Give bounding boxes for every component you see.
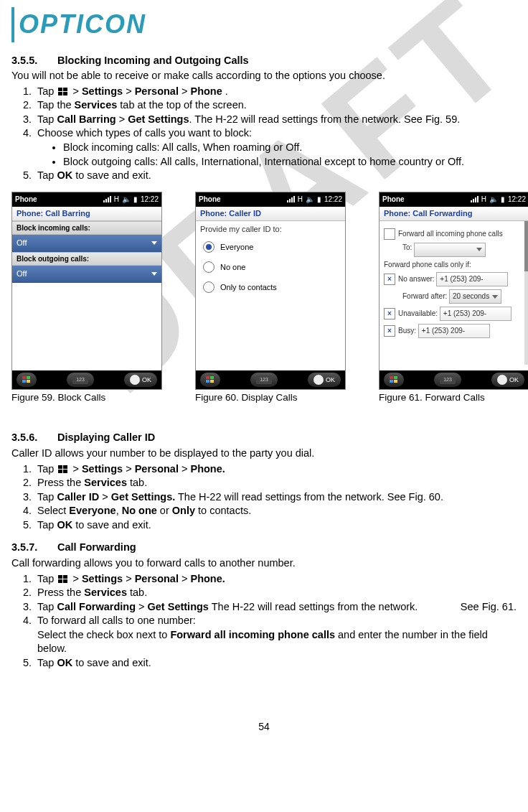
section-title-text: Blocking Incoming and Outgoing Calls — [57, 55, 249, 66]
to-row: To: — [402, 243, 524, 257]
busy-row: ×Busy: +1 (253) 209- — [384, 324, 524, 338]
screen-body: Forward all incoming phone calls To: For… — [380, 221, 528, 370]
section-357-title: 3.5.7. Call Forwarding — [11, 541, 517, 555]
network-icon: H — [114, 195, 119, 205]
step: Press the Services tab. — [34, 586, 517, 600]
keyboard-icon: 123 — [440, 375, 456, 384]
unavailable-field[interactable]: +1 (253) 209- — [440, 307, 512, 321]
unavailable-row: ×Unavailable: +1 (253) 209- — [384, 307, 524, 321]
opticon-logo: OPTICON — [11, 7, 517, 42]
figures-row: Phone H 🔈 ▮ 12:22 Phone: Call Barring Bl… — [11, 192, 517, 404]
network-icon: H — [298, 195, 303, 205]
noanswer-field[interactable]: +1 (253) 209- — [436, 272, 508, 286]
battery-icon: ▮ — [501, 195, 505, 205]
status-time: 12:22 — [508, 195, 526, 205]
statusbar: Phone H 🔈 ▮ 12:22 — [12, 192, 161, 207]
radio-noone[interactable]: No one — [196, 257, 345, 277]
step: Tap Caller ID > Get Settings. The H-22 w… — [34, 490, 517, 505]
keyboard-button[interactable]: 123 — [250, 373, 278, 387]
step: Tap OK to save and exit. — [34, 518, 517, 533]
chevron-down-icon — [476, 248, 482, 251]
keyboard-button[interactable]: 123 — [434, 373, 461, 387]
step: Tap OK to save and exit. — [34, 656, 517, 671]
status-icons: H 🔈 ▮ 12:22 — [471, 195, 526, 205]
forward-all-row: Forward all incoming phone calls — [384, 228, 524, 240]
step: Tap the Services tab at the top of the s… — [34, 98, 517, 113]
volume-icon: 🔈 — [122, 195, 131, 205]
keyboard-icon: 123 — [256, 375, 272, 384]
block-outgoing-dropdown[interactable]: Off — [12, 266, 161, 283]
signal-icon — [471, 196, 478, 202]
windows-icon — [58, 88, 68, 96]
windows-icon — [58, 465, 68, 474]
figure-60: Phone H 🔈 ▮ 12:22 Phone: Caller ID Provi… — [195, 192, 346, 404]
noanswer-row: ×No answer: +1 (253) 209- — [384, 272, 524, 286]
radio-icon — [203, 281, 214, 293]
section-title-text: Call Forwarding — [57, 541, 136, 553]
chevron-down-icon — [151, 272, 157, 276]
phone-mock: Phone H 🔈 ▮ 12:22 Phone: Caller ID Provi… — [195, 192, 346, 390]
ok-button[interactable]: OK — [124, 373, 157, 387]
screen-body: Provide my caller ID to: Everyone No one… — [196, 221, 345, 370]
figure-caption: Figure 61. Forward Calls — [379, 391, 528, 404]
battery-icon: ▮ — [133, 195, 138, 205]
checkbox[interactable]: × — [384, 308, 395, 319]
radio-icon — [203, 261, 214, 273]
keyboard-button[interactable]: 123 — [67, 373, 94, 387]
section-356-steps: Tap > Settings > Personal > Phone. Press… — [11, 462, 517, 533]
to-field[interactable] — [414, 243, 486, 257]
figure-59: Phone H 🔈 ▮ 12:22 Phone: Call Barring Bl… — [11, 192, 162, 404]
start-button[interactable] — [200, 373, 220, 387]
section-356-title: 3.5.6. Displaying Caller ID — [11, 431, 517, 445]
radio-only-contacts[interactable]: Only to contacts — [196, 277, 345, 297]
ok-button[interactable]: OK — [308, 373, 341, 387]
status-app: Phone — [382, 195, 471, 205]
status-app: Phone — [15, 195, 103, 205]
network-icon: H — [481, 195, 486, 205]
block-incoming-dropdown[interactable]: Off — [12, 235, 161, 252]
windows-icon — [206, 376, 214, 383]
bottombar: 123 OK — [196, 370, 345, 389]
screen-title: Phone: Call Forwarding — [380, 207, 528, 221]
windows-icon — [58, 575, 68, 584]
label: Block outgoing calls: — [12, 252, 161, 266]
step: Tap Call Barring > Get Settings. The H-2… — [34, 113, 517, 127]
bottombar: 123 OK — [12, 370, 161, 389]
checkbox[interactable]: × — [384, 274, 395, 285]
windows-icon — [390, 376, 398, 383]
substeps: Block incoming calls: All calls, When ro… — [37, 141, 517, 169]
screen-title: Phone: Caller ID — [196, 207, 345, 221]
phone-mock: Phone H 🔈 ▮ 12:22 Phone: Call Barring Bl… — [11, 192, 162, 390]
statusbar: Phone H 🔈 ▮ 12:22 — [380, 192, 528, 207]
forward-after-row: Forward after: 20 seconds — [402, 289, 524, 304]
chevron-down-icon — [151, 241, 157, 245]
phone-mock: Phone H 🔈 ▮ 12:22 Phone: Call Forwarding… — [379, 192, 528, 390]
section-num: 3.5.6. — [11, 431, 55, 445]
start-button[interactable] — [16, 373, 37, 387]
section-356-intro: Caller ID allows your number to be displ… — [11, 447, 517, 461]
volume-icon: 🔈 — [489, 195, 498, 205]
ok-button[interactable]: OK — [491, 373, 524, 387]
step: Choose which types of calls you want to … — [34, 126, 517, 169]
status-icons: H 🔈 ▮ 12:22 — [287, 195, 342, 205]
step: Tap Call Forwarding > Get Settings The H… — [34, 600, 517, 615]
status-icons: H 🔈 ▮ 12:22 — [103, 195, 159, 205]
section-355-intro: You will not be able to receive or make … — [11, 69, 517, 83]
section-355-title: 3.5.5. Blocking Incoming and Outgoing Ca… — [11, 54, 517, 68]
label: Block incoming calls: — [12, 221, 161, 235]
forward-after-dropdown[interactable]: 20 seconds — [449, 289, 501, 304]
signal-icon — [103, 196, 111, 202]
screen-title: Phone: Call Barring — [12, 207, 161, 221]
section-num: 3.5.5. — [11, 54, 55, 68]
busy-field[interactable]: +1 (253) 209- — [418, 324, 490, 338]
step: Tap > Settings > Personal > Phone . — [34, 85, 517, 99]
checkbox[interactable]: × — [384, 325, 395, 337]
figure-caption: Figure 59. Block Calls — [11, 391, 162, 404]
start-button[interactable] — [384, 373, 404, 387]
ok-icon — [130, 375, 140, 385]
onlyif-label: Forward phone calls only if: — [384, 260, 524, 270]
checkbox[interactable] — [384, 228, 395, 240]
radio-everyone[interactable]: Everyone — [196, 237, 345, 257]
scrollbar[interactable] — [524, 221, 528, 365]
bottombar: 123 OK — [380, 370, 528, 389]
